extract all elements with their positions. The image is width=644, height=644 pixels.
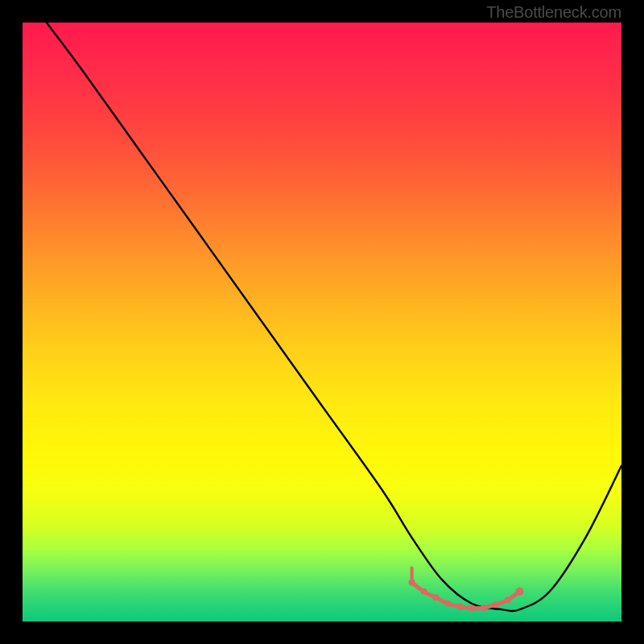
plot-area xyxy=(23,23,621,621)
highlight-dot xyxy=(421,588,427,595)
bottleneck-curve xyxy=(47,23,621,611)
highlight-end-dot xyxy=(516,588,524,596)
curve-layer xyxy=(23,23,621,621)
highlight-dot xyxy=(456,603,463,609)
chart-frame: TheBottleneck.com xyxy=(0,0,644,644)
watermark-text: TheBottleneck.com xyxy=(486,3,621,22)
highlight-dot xyxy=(432,594,439,601)
highlight-dot xyxy=(444,601,451,607)
highlight-dot xyxy=(481,605,487,611)
highlight-segment xyxy=(409,568,524,612)
highlight-dot xyxy=(505,597,511,603)
highlight-dot xyxy=(469,605,475,612)
highlight-dot xyxy=(493,601,499,608)
highlight-stroke xyxy=(412,583,520,609)
